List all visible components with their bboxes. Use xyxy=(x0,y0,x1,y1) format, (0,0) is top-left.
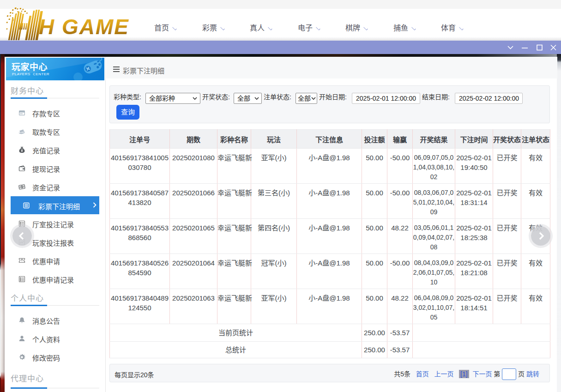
svg-text:H GAME: H GAME xyxy=(39,15,129,39)
